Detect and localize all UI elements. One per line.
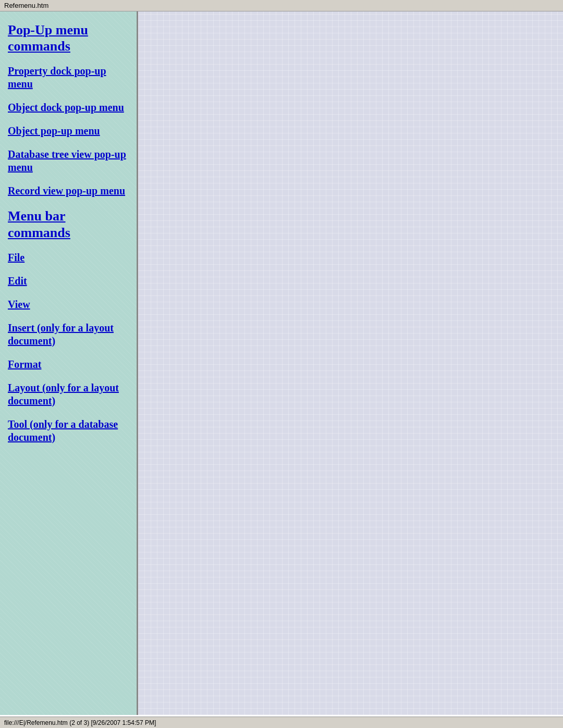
sidebar-link-insert-layout-document[interactable]: Insert (only for a layout document) [8, 322, 129, 348]
sidebar: Pop-Up menu commandsProperty dock pop-up… [0, 11, 138, 715]
title-text: Refemenu.htm [4, 2, 48, 9]
sidebar-link-layout-only-for-layout-document[interactable]: Layout (only for a layout document) [8, 381, 129, 408]
sidebar-link-database-tree-view-popup-menu[interactable]: Database tree view pop-up menu [8, 148, 129, 174]
sidebar-link-file[interactable]: File [8, 251, 129, 264]
main-layout: Pop-Up menu commandsProperty dock pop-up… [0, 11, 563, 715]
status-bar: file:///E|/Refemenu.htm (2 of 3) [9/26/2… [0, 717, 563, 728]
sidebar-link-object-popup-menu[interactable]: Object pop-up menu [8, 125, 129, 138]
sidebar-link-object-dock-popup-menu[interactable]: Object dock pop-up menu [8, 101, 129, 114]
sidebar-link-view[interactable]: View [8, 298, 129, 311]
sidebar-link-menu-bar-commands[interactable]: Menu bar commands [8, 208, 129, 240]
content-area [138, 11, 563, 715]
sidebar-link-edit[interactable]: Edit [8, 275, 129, 288]
sidebar-link-popup-menu-commands[interactable]: Pop-Up menu commands [8, 22, 129, 54]
sidebar-link-tool-only-for-database-document[interactable]: Tool (only for a database document) [8, 418, 129, 444]
title-bar: Refemenu.htm [0, 0, 563, 11]
status-text: file:///E|/Refemenu.htm (2 of 3) [9/26/2… [4, 719, 156, 726]
sidebar-link-property-dock-popup-menu[interactable]: Property dock pop-up menu [8, 65, 129, 91]
sidebar-link-format[interactable]: Format [8, 358, 129, 371]
sidebar-link-record-view-popup-menu[interactable]: Record view pop-up menu [8, 184, 129, 198]
